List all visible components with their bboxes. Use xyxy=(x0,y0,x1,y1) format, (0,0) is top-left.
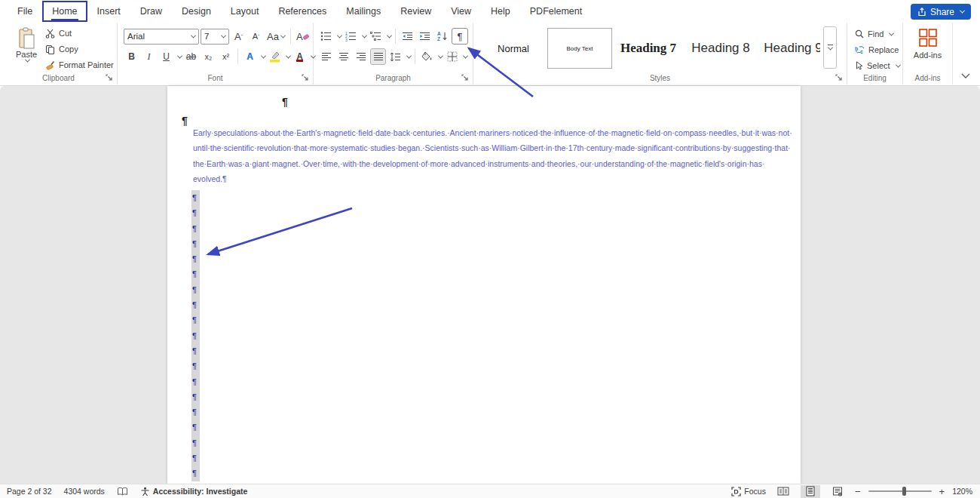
menu-tab-design[interactable]: Design xyxy=(172,1,221,22)
clear-formatting-button[interactable]: A xyxy=(295,28,311,45)
decrease-indent-button[interactable] xyxy=(400,28,415,45)
svg-text:3: 3 xyxy=(345,38,348,42)
superscript-button[interactable]: x² xyxy=(218,48,234,65)
zoom-level[interactable]: 120% xyxy=(952,487,972,496)
document-page[interactable]: ¶ ¶ Early·speculations·about·the·Earth's… xyxy=(167,86,801,484)
font-color-button[interactable]: A xyxy=(292,48,308,65)
font-size-combo[interactable]: 7 xyxy=(201,29,229,45)
style-heading-9[interactable]: Heading 9 xyxy=(757,27,820,69)
style-heading-7[interactable]: Heading 7 xyxy=(612,27,684,69)
copy-button[interactable]: Copy xyxy=(45,42,114,57)
multilevel-list-chevron-icon[interactable] xyxy=(387,32,392,38)
change-case-button[interactable]: Aa xyxy=(265,28,286,45)
menu-tab-draw[interactable]: Draw xyxy=(130,1,172,22)
pilcrow-mark: ¶ xyxy=(191,328,200,343)
subscript-button[interactable]: x₂ xyxy=(201,48,216,65)
shrink-font-button[interactable]: Aˇ xyxy=(248,28,264,45)
menu-tab-insert[interactable]: Insert xyxy=(87,1,130,22)
select-button[interactable]: Select xyxy=(855,58,900,73)
menu-tab-help[interactable]: Help xyxy=(481,1,520,22)
word-count[interactable]: 4304 words xyxy=(64,487,105,496)
web-layout-button[interactable]: i xyxy=(828,485,847,498)
font-name-chevron-icon xyxy=(191,32,196,38)
increase-indent-button[interactable] xyxy=(417,28,433,45)
highlight-icon xyxy=(269,51,280,63)
format-painter-button[interactable]: Format Painter xyxy=(45,57,114,72)
addins-button[interactable]: Add-ins xyxy=(903,28,952,60)
zoom-slider-handle[interactable] xyxy=(902,487,906,496)
underline-button[interactable]: U xyxy=(158,48,174,65)
replace-button[interactable]: b c Replace xyxy=(855,42,900,57)
focus-mode-button[interactable]: Focus xyxy=(731,487,766,496)
pilcrow-mark: ¶ xyxy=(191,297,200,312)
zoom-in-button[interactable]: + xyxy=(939,487,945,496)
italic-button[interactable]: I xyxy=(141,48,157,65)
zoom-slider[interactable] xyxy=(868,490,932,492)
strikethrough-button[interactable]: ab xyxy=(183,48,199,65)
line-spacing-button[interactable] xyxy=(387,48,403,65)
style-normal[interactable]: Normal xyxy=(479,27,547,69)
find-button[interactable]: Find xyxy=(855,26,900,42)
read-mode-button[interactable] xyxy=(773,485,793,498)
sort-button[interactable]: A Z xyxy=(434,28,450,45)
text-effects-chevron-icon[interactable] xyxy=(261,53,266,58)
font-name-combo[interactable]: Arial xyxy=(124,29,199,45)
shading-chevron-icon[interactable] xyxy=(438,53,443,58)
style-heading-8[interactable]: Heading 8 xyxy=(684,27,757,69)
menu-tab-view[interactable]: View xyxy=(441,1,481,22)
accessibility-status-button[interactable]: Accessibility: Investigate xyxy=(140,487,247,496)
menu-tab-review[interactable]: Review xyxy=(390,1,441,22)
borders-button[interactable] xyxy=(444,48,460,65)
styles-gallery-more-button[interactable] xyxy=(823,26,837,69)
numbering-chevron-icon[interactable] xyxy=(362,32,367,38)
bullets-button[interactable] xyxy=(318,28,334,45)
show-hide-pilcrow-glyph: ¶ xyxy=(458,31,463,42)
clipboard-dialog-launcher[interactable] xyxy=(106,74,113,81)
grow-font-button[interactable]: Aˆ xyxy=(231,28,247,45)
share-button[interactable]: Share xyxy=(911,4,971,20)
justify-button[interactable] xyxy=(370,48,386,65)
align-left-button[interactable] xyxy=(318,48,334,65)
menu-tab-file[interactable]: File xyxy=(8,1,42,22)
bold-button[interactable]: B xyxy=(124,48,139,65)
paragraph-dialog-launcher[interactable] xyxy=(461,74,469,81)
menu-tab-references[interactable]: References xyxy=(268,1,336,22)
menu-tab-mailings[interactable]: Mailings xyxy=(336,1,390,22)
multilevel-list-button[interactable] xyxy=(368,28,384,45)
highlight-chevron-icon[interactable] xyxy=(286,53,291,58)
paste-button[interactable]: Paste xyxy=(12,27,41,75)
ribbon: Paste Cut Copy xyxy=(0,23,980,86)
menu-tab-home[interactable]: Home xyxy=(42,1,87,22)
borders-chevron-icon[interactable] xyxy=(463,53,468,58)
align-right-button[interactable] xyxy=(353,48,369,65)
status-bar: Page 2 of 32 4304 words Accessibility: I… xyxy=(0,484,980,498)
font-dialog-launcher[interactable] xyxy=(302,74,309,81)
proofing-status-button[interactable] xyxy=(117,487,128,496)
style-body-text[interactable]: Body Text xyxy=(547,28,612,69)
shading-button[interactable] xyxy=(419,48,435,65)
pilcrow-mark: ¶ xyxy=(191,221,200,236)
menu-tab-layout[interactable]: Layout xyxy=(221,1,269,22)
highlight-button[interactable] xyxy=(267,48,283,65)
styles-dialog-launcher[interactable] xyxy=(835,74,843,81)
page-indicator[interactable]: Page 2 of 32 xyxy=(7,487,52,496)
numbering-button[interactable]: 1 2 3 xyxy=(343,28,359,45)
addins-icon xyxy=(918,28,938,48)
pilcrow-mark: ¶ xyxy=(191,190,200,205)
show-hide-formatting-button[interactable]: ¶ xyxy=(452,28,468,45)
cut-button[interactable]: Cut xyxy=(45,26,114,41)
font-group-label: Font xyxy=(118,74,313,82)
font-size-chevron-icon xyxy=(221,32,226,38)
font-name-value: Arial xyxy=(127,32,145,41)
align-center-button[interactable] xyxy=(335,48,351,65)
underline-chevron-icon[interactable] xyxy=(177,53,182,58)
menu-tab-pdfelement[interactable]: PDFelement xyxy=(520,1,592,22)
collapse-ribbon-chevron-icon[interactable] xyxy=(960,72,971,79)
line-spacing-chevron-icon[interactable] xyxy=(406,53,412,58)
shading-icon xyxy=(421,51,433,62)
print-layout-button[interactable] xyxy=(801,485,820,498)
zoom-out-button[interactable]: − xyxy=(855,487,861,496)
font-color-icon: A xyxy=(296,51,303,62)
text-effects-button[interactable]: A xyxy=(242,48,258,65)
bullets-chevron-icon[interactable] xyxy=(337,32,342,38)
